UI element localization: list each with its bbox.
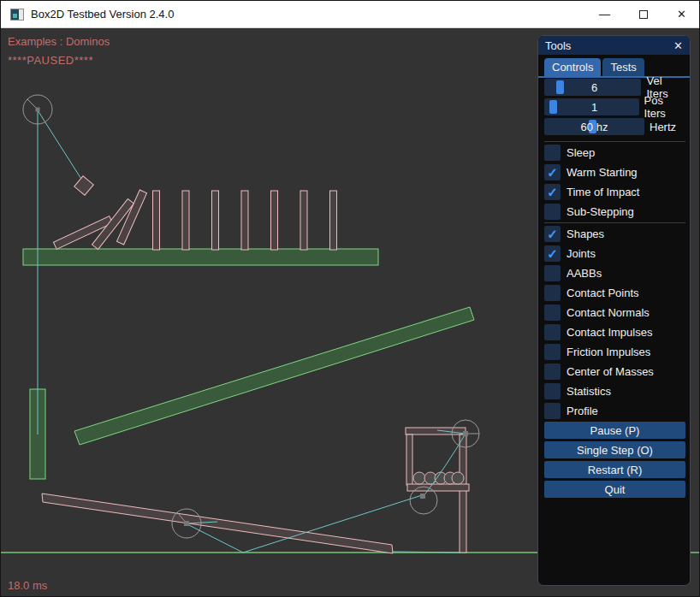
- domino[interactable]: [182, 191, 189, 250]
- checkbox-contact-points[interactable]: Contact Points: [544, 284, 685, 301]
- pause-button[interactable]: Pause (P): [544, 422, 685, 439]
- stand-shelf[interactable]: [407, 484, 469, 491]
- slider-vel-iters[interactable]: 6 Vel Iters: [544, 79, 685, 96]
- checkbox-joints[interactable]: ✓ Joints: [544, 245, 685, 262]
- checkbox-warm-starting[interactable]: ✓ Warm Starting: [544, 163, 685, 180]
- paused-label: ****PAUSED****: [8, 54, 93, 67]
- check-icon: ✓: [547, 186, 558, 198]
- app-window: Box2D Testbed Version 2.4.0 — ✕: [0, 0, 700, 597]
- stand-top-bar[interactable]: [406, 428, 466, 434]
- domino-platform: [23, 249, 378, 265]
- small-ball[interactable]: [413, 472, 425, 484]
- seesaw-plank[interactable]: [42, 494, 393, 553]
- checkbox-contact-normals[interactable]: Contact Normals: [544, 304, 685, 321]
- app-icon: [10, 9, 24, 21]
- checkbox-time-of-impact[interactable]: ✓ Time of Impact: [544, 183, 685, 200]
- pendulum-rope: [38, 110, 84, 183]
- domino[interactable]: [300, 191, 307, 250]
- checkbox-sleep[interactable]: Sleep: [544, 144, 685, 161]
- checkbox-aabbs[interactable]: AABBs: [544, 264, 685, 281]
- check-icon: ✓: [547, 247, 558, 260]
- tab-tests[interactable]: Tests: [602, 58, 644, 76]
- slider-pos-iters[interactable]: 1 Pos Iters: [544, 98, 685, 115]
- domino[interactable]: [271, 191, 278, 250]
- restart-button[interactable]: Restart (R): [544, 461, 685, 478]
- tab-controls[interactable]: Controls: [544, 58, 601, 76]
- checkbox-profile[interactable]: Profile: [544, 402, 685, 419]
- maximize-icon[interactable]: [624, 1, 662, 28]
- frame-time-label: 18.0 ms: [8, 579, 47, 592]
- stand-left-post[interactable]: [406, 434, 412, 485]
- quit-button[interactable]: Quit: [544, 481, 685, 498]
- checkbox-friction-impulses[interactable]: Friction Impulses: [544, 343, 685, 360]
- example-label: Examples : Dominos: [8, 35, 110, 48]
- tilted-green-plank: [74, 307, 474, 445]
- check-icon: ✓: [547, 166, 558, 179]
- panel-close-icon[interactable]: ✕: [673, 39, 683, 52]
- separator: [544, 141, 685, 142]
- simulation-canvas[interactable]: Examples : Dominos ****PAUSED**** 18.0 m…: [1, 28, 700, 597]
- domino[interactable]: [153, 191, 160, 250]
- checkbox-center-of-masses[interactable]: Center of Masses: [544, 363, 685, 380]
- small-ball[interactable]: [452, 472, 464, 484]
- checkbox-statistics[interactable]: Statistics: [544, 382, 685, 399]
- tools-panel-titlebar[interactable]: Tools ✕: [538, 36, 690, 55]
- checkbox-sub-stepping[interactable]: Sub-Stepping: [544, 203, 685, 220]
- domino[interactable]: [241, 191, 248, 250]
- domino[interactable]: [212, 191, 219, 250]
- check-icon: ✓: [547, 228, 558, 240]
- tools-panel-title: Tools: [545, 39, 571, 52]
- close-icon[interactable]: ✕: [662, 1, 700, 28]
- checkbox-contact-impulses[interactable]: Contact Impulses: [544, 323, 685, 340]
- slider-hertz[interactable]: 60 hz Hertz: [544, 118, 685, 135]
- stand-right-post[interactable]: [460, 434, 466, 553]
- separator: [544, 222, 685, 223]
- minimize-icon[interactable]: —: [585, 1, 624, 28]
- tools-panel: Tools ✕ Controls Tests 6 Vel Iters 1 Pos…: [537, 35, 691, 586]
- window-title: Box2D Testbed Version 2.4.0: [31, 8, 174, 21]
- window-titlebar: Box2D Testbed Version 2.4.0 — ✕: [1, 1, 700, 28]
- checkbox-shapes[interactable]: ✓ Shapes: [544, 225, 685, 242]
- single-step-button[interactable]: Single Step (O): [544, 441, 685, 458]
- pendulum-bob[interactable]: [74, 176, 94, 196]
- domino[interactable]: [330, 191, 337, 250]
